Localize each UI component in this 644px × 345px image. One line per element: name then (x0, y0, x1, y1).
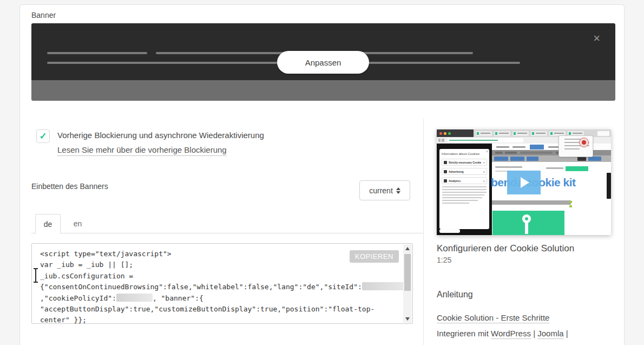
browser-nav-icons (438, 139, 446, 142)
support-tab (607, 173, 611, 199)
status-url-strip (437, 233, 492, 235)
embed-code-text[interactable]: <script type="text/javascript"> var _iub… (40, 249, 396, 324)
scroll-down-icon[interactable] (403, 315, 412, 323)
toolbar-chip (505, 152, 517, 154)
placeholder-line (495, 166, 522, 168)
scroll-up-icon[interactable] (403, 244, 412, 252)
placeholder-line (442, 192, 487, 193)
toolbar-chip (495, 152, 503, 154)
prior-blocking-checkbox[interactable]: ✓ (36, 129, 50, 143)
admin-actions-row (492, 155, 611, 162)
plus-icon: + (483, 179, 485, 183)
placeholder-line (442, 197, 482, 198)
panel-category-row: Analytics + (442, 177, 487, 184)
menu-item (496, 146, 509, 148)
customize-button[interactable]: Anpassen (277, 51, 369, 74)
separator: | (533, 329, 535, 338)
video-duration: 1:25 (437, 256, 625, 264)
guide-link-getting-started[interactable]: Cookie Solution - Erste Schritte (437, 313, 549, 322)
guide-heading: Anleitung (437, 290, 625, 300)
active-menu-item (530, 145, 544, 149)
language-tabbar: de en (31, 214, 423, 233)
version-select-value: current (369, 186, 393, 195)
placeholder-line (546, 167, 563, 169)
play-button[interactable] (507, 171, 541, 194)
checkmark-icon: ✓ (39, 131, 47, 141)
embed-bar (492, 200, 571, 205)
site-menu-row (492, 144, 611, 150)
guide-link-joomla[interactable]: Joomla (537, 329, 563, 338)
copy-button[interactable]: KOPIEREN (350, 250, 399, 263)
browser-tab (494, 131, 510, 136)
help-sidebar: × Information about Cookies Strictly nec… (423, 119, 625, 345)
browser-tab (531, 131, 547, 136)
settings-card: Banner × Anpassen ✓ Vorherige Blockierun… (19, 4, 625, 345)
screen-recording-popup (558, 135, 593, 157)
video-thumbnail[interactable]: × Information about Cookies Strictly nec… (437, 129, 611, 235)
menu-item (512, 146, 525, 148)
banner-preview-footer-strip (31, 80, 615, 101)
close-icon[interactable]: × (593, 33, 600, 44)
tab-en[interactable]: en (65, 214, 90, 233)
code-scrollbar[interactable] (403, 244, 412, 323)
action-button (527, 157, 538, 161)
redacted-site-id (362, 282, 408, 290)
category-icon (444, 170, 447, 173)
panel-close-icon: × (486, 149, 488, 153)
category-icon (444, 179, 447, 183)
mac-close-icon (439, 132, 442, 135)
toggle-on-chip (577, 157, 586, 161)
placeholder-line (564, 148, 580, 149)
tab-de[interactable]: de (35, 214, 61, 234)
placeholder-line (47, 52, 147, 54)
browser-tab (476, 131, 492, 136)
placeholder-line (442, 194, 484, 196)
turn-off-chip (588, 157, 601, 161)
play-icon (521, 177, 529, 188)
panel-category-row: Advertising + (442, 168, 487, 175)
banner-preview: × Anpassen (31, 23, 615, 101)
plus-icon: + (483, 170, 485, 173)
action-button (494, 157, 508, 161)
keyhole-icon (522, 214, 531, 223)
version-select[interactable]: current (359, 180, 410, 200)
panel-category-row: Strictly necessary Cookies + (442, 159, 487, 166)
scrollbar-thumb[interactable] (404, 254, 411, 291)
toolbar-chip (520, 152, 553, 154)
redacted-cookie-policy-id (116, 294, 153, 302)
lock-banner (492, 211, 564, 235)
cookie-preferences-panel: × Information about Cookies Strictly nec… (439, 149, 489, 229)
placeholder-line (564, 139, 581, 140)
panel-title: Information about Cookies (442, 152, 487, 155)
guide-link-wordpress[interactable]: WordPress (491, 329, 531, 338)
mac-minimize-icon (444, 132, 446, 135)
video-title: Konfigurieren der Cookie Solution (437, 243, 625, 254)
prior-blocking-label: Vorherige Blockierung und asynchrone Wie… (57, 131, 264, 140)
text-cursor-icon (34, 268, 38, 283)
consent-footer-button (439, 229, 460, 233)
placeholder-line (442, 189, 487, 190)
admin-toolbar-row (492, 150, 611, 155)
action-button (510, 157, 524, 161)
mac-zoom-icon (448, 132, 451, 135)
guide-links: Cookie Solution - Erste Schritte Integri… (437, 310, 606, 345)
guide-integrate-prefix: Integrieren mit (437, 329, 489, 338)
placeholder-line (442, 186, 487, 187)
browser-tab (597, 131, 609, 136)
placeholder-line (442, 200, 478, 201)
banner-section-label: Banner (31, 11, 56, 19)
cookie-consent-overlay: × Information about Cookies Strictly nec… (437, 144, 492, 235)
embed-banner-label: Einbetten des Banners (31, 182, 108, 191)
category-icon (444, 161, 447, 164)
browser-window-controls (437, 129, 474, 137)
marker-square (569, 201, 572, 203)
marker-square (569, 205, 572, 207)
banner-preview-dark-area: × Anpassen (31, 23, 615, 80)
updown-icon (396, 187, 400, 194)
separator: | (566, 329, 568, 338)
prior-blocking-read-more-link[interactable]: Lesen Sie mehr über die vorherige Blocki… (57, 145, 227, 156)
record-button-icon (579, 138, 589, 147)
browser-address-field (448, 138, 523, 142)
placeholder-line (442, 203, 469, 204)
embed-code-box: <script type="text/javascript"> var _iub… (31, 243, 413, 324)
